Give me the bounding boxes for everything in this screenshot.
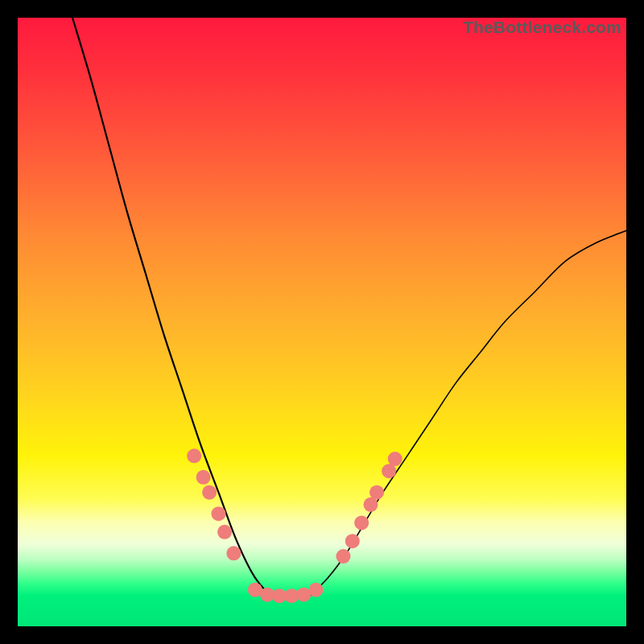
curve-svg [18,18,626,626]
curve-left-arm [72,18,310,597]
bead-marker [196,470,211,485]
bead-marker [211,506,225,521]
bead-group [187,448,402,603]
bead-marker [202,485,217,500]
plot-area: TheBottleneck.com [18,18,626,626]
bead-marker [226,546,241,560]
bead-marker [308,583,323,597]
bead-marker [345,534,360,548]
bead-marker [217,525,232,539]
bead-marker [369,485,384,500]
bead-marker [388,452,402,466]
bead-marker [354,515,369,530]
bead-marker [187,448,201,463]
chart-frame: TheBottleneck.com [0,0,644,644]
bead-marker [336,549,350,564]
